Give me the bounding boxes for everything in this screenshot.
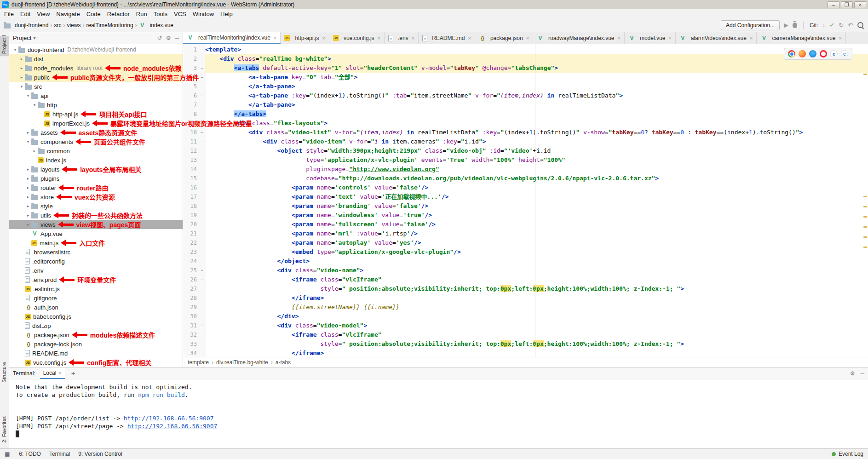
editor-tab-package.json[interactable]: {}package.json×: [475, 32, 533, 44]
git-update-icon[interactable]: ↓: [822, 22, 826, 28]
code-line-30[interactable]: 30 </div>: [183, 312, 868, 321]
tree-row-views[interactable]: ▸viewsview视图、pages页面: [9, 220, 183, 229]
chevron-down-icon[interactable]: ▾: [18, 84, 25, 89]
code-line-14[interactable]: 14 pluginspage="http://www.videolan.org": [183, 165, 868, 174]
fold-marker-icon[interactable]: −: [199, 330, 205, 339]
tree-row-public[interactable]: ▸publicpublic资源文件夹，一般放引用的第三方插件: [9, 73, 183, 82]
tree-row-.env.prod[interactable]: .env.prod环境变量文件: [9, 275, 183, 284]
breadcrumb-item-a-tabs[interactable]: a-tabs: [276, 359, 291, 366]
tool-window-button-Project[interactable]: Project: [0, 36, 9, 56]
search-icon[interactable]: [857, 22, 864, 29]
menu-refactor[interactable]: Refactor: [104, 10, 133, 18]
code-line-34[interactable]: 34 </iframe>: [183, 349, 868, 357]
menu-view[interactable]: View: [34, 10, 53, 18]
close-icon[interactable]: ×: [322, 35, 325, 41]
tree-row-style[interactable]: ▸style: [9, 201, 183, 211]
chevron-down-icon[interactable]: ▾: [25, 93, 31, 98]
chevron-right-icon[interactable]: ▸: [18, 75, 25, 80]
code-line-25[interactable]: 25− <div class="video-name">: [183, 266, 868, 275]
terminal-output[interactable]: Note that the development build is not o…: [9, 379, 868, 448]
tree-row-.eslintrc.js[interactable]: JS.eslintrc.js: [9, 284, 183, 293]
tree-row-layouts[interactable]: ▸layoutslayouts全局布局相关: [9, 165, 183, 174]
code-line-12[interactable]: 12− <object style="width:390px;height:21…: [183, 146, 868, 155]
tree-row-src[interactable]: ▾src: [9, 82, 183, 91]
chevron-right-icon[interactable]: ▸: [25, 130, 31, 135]
tree-row-assets[interactable]: ▸assetsassets静态资源文件: [9, 128, 183, 137]
tree-row-api[interactable]: ▾api: [9, 91, 183, 100]
terminal-tab-local[interactable]: Local ×: [40, 367, 65, 379]
close-icon[interactable]: ×: [750, 35, 753, 41]
code-line-17[interactable]: 17 <param name='text' value='正在加载视频中...'…: [183, 192, 868, 201]
editor-tab-vue.config.js[interactable]: JSvue.config.js×: [329, 32, 385, 44]
tree-row-http-api.js[interactable]: JShttp-api.js项目相关api接口: [9, 109, 183, 119]
close-icon[interactable]: ×: [274, 35, 276, 40]
tool-window-button-Structure[interactable]: Structure: [0, 360, 9, 385]
tree-row-.env[interactable]: .env: [9, 266, 183, 275]
fold-marker-icon[interactable]: −: [199, 54, 205, 63]
hide-panel-icon[interactable]: ─: [175, 35, 179, 41]
editor-tab-README.md[interactable]: README.md×: [419, 32, 475, 44]
code-line-10[interactable]: 10− <div class="video-list" v-for="(item…: [183, 128, 868, 137]
code-line-33[interactable]: 33 style=" position:absolute;visibility:…: [183, 339, 868, 349]
chevron-down-icon[interactable]: ▾: [12, 47, 18, 52]
close-icon[interactable]: ×: [618, 35, 621, 41]
status-9-Version-Control[interactable]: 9: Version Control: [78, 451, 122, 457]
editor-tab-realTimeMonitoring-index.vue[interactable]: VrealTimeMonitoring\index.vue×: [183, 32, 281, 44]
editor-tab-alarmVideos-index.vue[interactable]: ValarmVideos\index.vue×: [676, 32, 757, 44]
terminal-link[interactable]: http://192.168.66.56:9007: [127, 423, 218, 430]
tree-row-plugins[interactable]: ▸plugins: [9, 174, 183, 183]
menu-navigate[interactable]: Navigate: [53, 10, 83, 18]
code-line-1[interactable]: 1−<template>: [183, 45, 868, 54]
tree-row-package-lock.json[interactable]: {}package-lock.json: [9, 339, 183, 349]
tree-row-router[interactable]: ▸routerrouter路由: [9, 183, 183, 192]
fold-marker-icon[interactable]: −: [199, 63, 205, 73]
fold-marker-icon[interactable]: −: [199, 45, 205, 54]
maximize-button[interactable]: ❐: [841, 1, 853, 8]
chevron-right-icon[interactable]: ▸: [25, 176, 31, 181]
minimize-button[interactable]: –: [828, 1, 839, 8]
new-terminal-button[interactable]: +: [69, 369, 77, 377]
chevron-right-icon[interactable]: ▸: [25, 204, 31, 208]
tree-row-.gitignore[interactable]: .gitignore: [9, 293, 183, 303]
code-line-11[interactable]: 11− <div class="video-item" v-for="i in …: [183, 137, 868, 146]
tree-row-duoji-frontend[interactable]: ▾duoji-frontendD:\zheheWeb\duoji-fronten…: [9, 45, 183, 54]
code-line-29[interactable]: 29 {{item.streetName}} {{i.name}}: [183, 303, 868, 312]
code-area[interactable]: 1−<template>2− <div class="realTime bg-w…: [183, 44, 868, 357]
code-line-3[interactable]: 3− <a-tabs default-active-key="1" slot="…: [183, 63, 868, 73]
menu-edit[interactable]: Edit: [17, 10, 34, 18]
settings-icon[interactable]: ⚙: [166, 35, 171, 41]
fold-marker-icon[interactable]: −: [199, 266, 205, 275]
menu-file[interactable]: File: [1, 10, 17, 18]
code-line-6[interactable]: 6− <a-tab-pane :key="(index+1).toString(…: [183, 91, 868, 100]
error-stripe[interactable]: [862, 44, 868, 357]
fold-marker-icon[interactable]: −: [199, 137, 205, 146]
tree-row-utils[interactable]: ▸utils封装的一些公共函数方法: [9, 211, 183, 220]
chevron-down-icon[interactable]: ▾: [31, 103, 38, 107]
code-line-21[interactable]: 21 <param name='mrl' :value='i.rtsp'/>: [183, 229, 868, 238]
git-commit-icon[interactable]: ✓: [829, 22, 834, 28]
close-icon[interactable]: ×: [468, 35, 471, 41]
breadcrumb-item-realTimeMonitoring[interactable]: realTimeMonitoring: [86, 22, 133, 29]
status-6-TODO[interactable]: 6: TODO: [19, 451, 41, 457]
terminal-minimize-icon[interactable]: ─: [860, 370, 864, 377]
menu-run[interactable]: Run: [133, 10, 150, 18]
terminal-settings-icon[interactable]: ⚙: [850, 370, 855, 377]
menu-vcs[interactable]: VCS: [171, 10, 190, 18]
code-line-23[interactable]: 23 <embed type="application/x-google-vlc…: [183, 247, 868, 257]
tree-row-index.js[interactable]: JSindex.js: [9, 155, 183, 165]
tree-row-components[interactable]: ▾components页面公共组件文件: [9, 137, 183, 146]
debug-icon[interactable]: [793, 23, 797, 28]
tree-row-main.js[interactable]: JSmain.js入口文件: [9, 238, 183, 247]
chevron-down-icon[interactable]: ▾: [25, 139, 31, 144]
code-line-8[interactable]: 8 </a-tabs>: [183, 109, 868, 119]
editor-tab-model.vue[interactable]: Vmodel.vue×: [625, 32, 676, 44]
breadcrumb-item-template[interactable]: template: [188, 359, 209, 366]
ie-icon[interactable]: e: [830, 50, 838, 57]
tree-row-importExcel.js[interactable]: JSimportExcel.js暴露环境变量地址给图片or视频资源路径全局变量: [9, 119, 183, 128]
code-line-24[interactable]: 24 </object>: [183, 257, 868, 266]
status-Terminal[interactable]: Terminal: [49, 451, 70, 457]
tree-row-node_modules[interactable]: ▸node_moduleslibrary rootnode_modules依赖: [9, 63, 183, 73]
tool-window-button-2-Favorites[interactable]: 2: Favorites: [0, 414, 9, 445]
add-configuration-button[interactable]: Add Configuration...: [721, 20, 780, 30]
code-line-7[interactable]: 7 </a-tab-pane>: [183, 100, 868, 109]
